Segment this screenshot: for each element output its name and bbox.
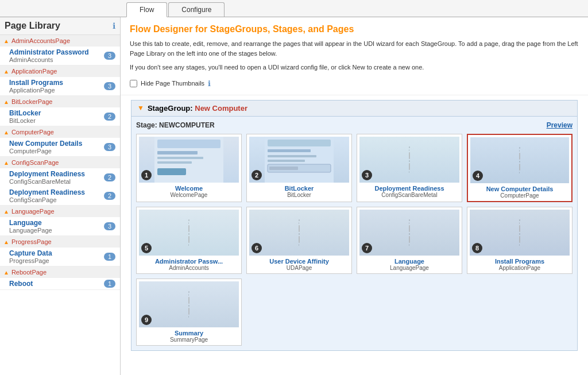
sidebar-group-AdminAccountsPage: ▲AdminAccountsPage Administrator Passwor… bbox=[0, 35, 120, 65]
arrow-icon: ▲ bbox=[3, 129, 9, 136]
svg-rect-12 bbox=[269, 167, 298, 170]
stage-name: Stage: NEWCOMPUTER bbox=[136, 121, 215, 129]
sidebar-item[interactable]: Deployment Readiness ConfigScanPage 2 bbox=[0, 187, 120, 205]
stage-group-label-text: StageGroup: bbox=[148, 104, 193, 113]
page-thumbnail: 2 bbox=[249, 137, 349, 183]
tab-configure[interactable]: Configure bbox=[168, 2, 225, 17]
sidebar-group-ComputerPage: ▲ComputerPage New Computer Details Compu… bbox=[0, 126, 120, 157]
page-card-sub: ApplicationPage bbox=[470, 265, 570, 271]
sidebar-item-info: Deployment Readiness ConfigScanBareMetal bbox=[9, 170, 104, 185]
sidebar-group-header-BitLockerPage[interactable]: ▲BitLockerPage bbox=[0, 96, 120, 107]
page-card-sub: UDAPage bbox=[249, 265, 349, 271]
arrow-icon: ▲ bbox=[3, 269, 9, 276]
flow-desc2: If you don't see any stages, you'll need… bbox=[130, 63, 579, 72]
page-thumbnail: 8 bbox=[470, 210, 570, 256]
sidebar-item-info: Deployment Readiness ConfigScanPage bbox=[9, 188, 104, 203]
sidebar-item[interactable]: Deployment Readiness ConfigScanBareMetal… bbox=[0, 168, 120, 187]
sidebar-group-header-ConfigScanPage[interactable]: ▲ConfigScanPage bbox=[0, 157, 120, 168]
flow-header: Flow Designer for StageGroups, Stages, a… bbox=[121, 17, 588, 95]
sidebar-item[interactable]: Reboot 1 bbox=[0, 278, 120, 289]
stage-group: ▼ StageGroup: New Computer Stage: NEWCOM… bbox=[131, 100, 578, 351]
page-card-3[interactable]: 3 Deployment Readiness ConfigScanBareMet… bbox=[357, 134, 462, 202]
sidebar-item-badge: 1 bbox=[104, 253, 115, 261]
page-thumbnail: 6 bbox=[249, 210, 349, 256]
page-card-title: Language bbox=[359, 258, 459, 265]
content-area: Flow Designer for StageGroups, Stages, a… bbox=[121, 17, 588, 375]
sidebar-group-header-AdminAccountsPage[interactable]: ▲AdminAccountsPage bbox=[0, 35, 120, 47]
sidebar-item-info: Language LanguagePage bbox=[9, 219, 104, 234]
group-name-label: LanguagePage bbox=[11, 208, 55, 215]
sidebar-group-header-ProgressPage[interactable]: ▲ProgressPage bbox=[0, 236, 120, 248]
svg-rect-3 bbox=[157, 157, 203, 159]
arrow-icon: ▲ bbox=[3, 68, 9, 75]
sidebar-group-header-LanguagePage[interactable]: ▲LanguagePage bbox=[0, 206, 120, 217]
page-number-badge: 6 bbox=[252, 243, 262, 253]
sidebar-item[interactable]: Language LanguagePage 3 bbox=[0, 217, 120, 235]
sidebar-item[interactable]: BitLocker BitLocker 2 bbox=[0, 107, 120, 126]
stage-group-name-text: New Computer bbox=[195, 104, 247, 113]
sidebar-group-LanguagePage: ▲LanguagePage Language LanguagePage 3 bbox=[0, 206, 120, 236]
page-card-8[interactable]: 8 Install Programs ApplicationPage bbox=[467, 207, 572, 274]
sidebar-item[interactable]: Capture Data ProgressPage 1 bbox=[0, 248, 120, 266]
page-card-sub: ConfigScanBareMetal bbox=[359, 192, 459, 198]
sidebar-item-info: BitLocker BitLocker bbox=[9, 109, 104, 124]
info-icon[interactable]: ℹ bbox=[113, 21, 115, 30]
page-card-9[interactable]: 9 Summary SummaryPage bbox=[136, 279, 242, 346]
sidebar-item[interactable]: Administrator Password AdminAccounts 3 bbox=[0, 47, 120, 65]
sidebar-item-info: New Computer Details ComputerPage bbox=[9, 140, 104, 154]
hide-thumbnails-checkbox[interactable] bbox=[130, 80, 137, 87]
page-card-5[interactable]: 5 Administrator Passw... AdminAccounts bbox=[136, 207, 242, 274]
sidebar-item-sub: ProgressPage bbox=[9, 257, 104, 264]
page-card-4[interactable]: 4 New Computer Details ComputerPage bbox=[467, 134, 572, 202]
sidebar-item[interactable]: New Computer Details ComputerPage 3 bbox=[0, 138, 120, 156]
page-card-6[interactable]: 6 User Device Affinity UDAPage bbox=[246, 207, 352, 274]
page-card-7[interactable]: 7 Language LanguagePage bbox=[357, 207, 462, 274]
sidebar-item-badge: 2 bbox=[104, 113, 115, 121]
sidebar-group-header-RebootPage[interactable]: ▲RebootPage bbox=[0, 266, 120, 278]
thumbnail-toggle: Hide Page Thumbnails ℹ bbox=[130, 77, 579, 90]
arrow-icon: ▲ bbox=[3, 38, 9, 44]
hide-thumbnails-label: Hide Page Thumbnails bbox=[141, 80, 204, 87]
page-card-sub: WelcomePage bbox=[139, 192, 239, 198]
sidebar-group-header-ApplicationPage[interactable]: ▲ApplicationPage bbox=[0, 65, 120, 77]
sidebar-item-badge: 1 bbox=[104, 280, 115, 288]
sidebar-item-sub: ConfigScanPage bbox=[9, 196, 104, 203]
sidebar-title: Page Library bbox=[5, 21, 113, 31]
sidebar-item-info: Install Programs ApplicationPage bbox=[9, 79, 104, 94]
preview-link[interactable]: Preview bbox=[547, 121, 572, 129]
page-card-2[interactable]: 2 BitLocker BitLocker bbox=[246, 134, 352, 202]
stage-group-header[interactable]: ▼ StageGroup: New Computer bbox=[131, 100, 578, 117]
sidebar-item-title: Language bbox=[9, 219, 104, 227]
group-name-label: ConfigScanPage bbox=[11, 159, 59, 166]
group-name-label: ProgressPage bbox=[11, 238, 52, 245]
page-thumbnail: 3 bbox=[359, 137, 459, 183]
page-card-title: New Computer Details bbox=[470, 185, 569, 192]
sidebar-item[interactable]: Install Programs ApplicationPage 3 bbox=[0, 77, 120, 95]
sidebar-group-header-ComputerPage[interactable]: ▲ComputerPage bbox=[0, 126, 120, 138]
sidebar-item-badge: 3 bbox=[104, 143, 115, 151]
page-number-badge: 9 bbox=[141, 315, 152, 325]
stage-group-label: StageGroup: New Computer bbox=[148, 104, 247, 113]
page-thumbnail: 5 bbox=[139, 210, 239, 256]
sidebar-group-ApplicationPage: ▲ApplicationPage Install Programs Applic… bbox=[0, 65, 120, 96]
page-thumbnail: 7 bbox=[359, 210, 459, 256]
sidebar-item-badge: 2 bbox=[104, 192, 115, 200]
svg-rect-1 bbox=[157, 140, 220, 148]
group-name-label: ComputerPage bbox=[11, 129, 54, 136]
group-name-label: ApplicationPage bbox=[11, 68, 57, 75]
page-card-title: Summary bbox=[139, 330, 239, 337]
thumbnail-info-icon[interactable]: ℹ bbox=[208, 79, 211, 88]
group-name-label: AdminAccountsPage bbox=[11, 37, 70, 44]
page-card-sub: AdminAccounts bbox=[139, 265, 239, 271]
sidebar-item-title: Administrator Password bbox=[9, 48, 104, 56]
sidebar-group-BitLockerPage: ▲BitLockerPage BitLocker BitLocker 2 bbox=[0, 96, 120, 126]
sidebar-item-title: New Computer Details bbox=[9, 140, 104, 148]
sidebar-item-sub: ApplicationPage bbox=[9, 87, 104, 94]
tab-flow[interactable]: Flow bbox=[126, 2, 167, 17]
sidebar-item-badge: 3 bbox=[104, 82, 115, 90]
sidebar-item-title: BitLocker bbox=[9, 109, 104, 117]
stage-header: Stage: NEWCOMPUTER Preview bbox=[136, 121, 572, 129]
page-card-sub: LanguagePage bbox=[359, 265, 459, 271]
page-thumbnail: 9 bbox=[139, 281, 239, 327]
page-card-1[interactable]: 1 Welcome WelcomePage bbox=[136, 134, 242, 202]
